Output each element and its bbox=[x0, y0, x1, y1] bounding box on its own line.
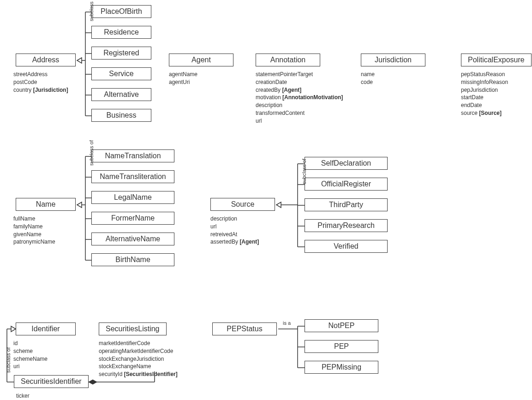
attr: streetAddress bbox=[13, 71, 68, 78]
class-annotation: Annotation bbox=[256, 54, 320, 66]
class-birthname: BirthName bbox=[91, 253, 174, 266]
class-securitieslisting: SecuritiesListing bbox=[99, 322, 167, 335]
attr: name bbox=[361, 71, 375, 78]
class-address: Address bbox=[16, 54, 76, 66]
attr: schemeName bbox=[13, 355, 48, 363]
attr: missingInfoReason bbox=[461, 78, 508, 86]
class-formername: FormerName bbox=[91, 212, 174, 225]
class-verified: Verified bbox=[305, 240, 388, 253]
attr: transformedContent bbox=[256, 109, 343, 117]
attr: retreivedAt bbox=[210, 231, 259, 239]
attr: statementPointerTarget bbox=[256, 71, 343, 78]
attr: ticker bbox=[16, 392, 30, 400]
attrs-agent: agentName agentUri bbox=[169, 71, 197, 86]
attrs-annotation: statementPointerTarget creationDate crea… bbox=[256, 71, 343, 125]
class-pepstatus: PEPStatus bbox=[212, 322, 277, 335]
attr: securityId [SecuritiesIdentifier] bbox=[99, 370, 178, 378]
attrs-name: fullName familyName givenName patronymic… bbox=[13, 215, 55, 246]
attr: givenName bbox=[13, 231, 55, 239]
class-nametransliteration: NameTransliteration bbox=[91, 170, 174, 183]
class-source: Source bbox=[210, 198, 275, 211]
class-business: Business bbox=[91, 109, 151, 122]
class-politicalexposure: PoliticalExposure bbox=[461, 54, 532, 66]
attrs-securitieslisting: marketIdentifierCode operatingMarketIden… bbox=[99, 340, 178, 378]
svg-marker-9 bbox=[77, 202, 82, 208]
label-subclass-address: subclass of bbox=[89, 0, 94, 21]
class-jurisdiction: Jurisdiction bbox=[361, 54, 425, 66]
attr: pepJurisdiction bbox=[461, 86, 508, 94]
attr: pepStatusReason bbox=[461, 71, 508, 78]
attr: url bbox=[256, 117, 343, 125]
class-name: Name bbox=[16, 198, 76, 211]
attr: operatingMarketIdentifierCode bbox=[99, 347, 178, 355]
label-is-a: is a bbox=[283, 320, 291, 326]
attr: country [Jurisdiction] bbox=[13, 86, 68, 94]
class-service: Service bbox=[91, 67, 151, 80]
attrs-securitiesidentifier: ticker bbox=[16, 392, 30, 400]
attr: agentName bbox=[169, 71, 197, 78]
attr: description bbox=[256, 101, 343, 109]
class-thirdparty: ThirdParty bbox=[305, 198, 388, 211]
class-nametranslation: NameTranslation bbox=[91, 149, 174, 162]
class-registered: Registered bbox=[91, 47, 151, 60]
attr: motivation [AnnotationMotivation] bbox=[256, 94, 343, 101]
attr: patronymicName bbox=[13, 238, 55, 246]
label-subclass-source: subclass of bbox=[301, 159, 307, 184]
attr: scheme bbox=[13, 347, 48, 355]
class-alternativename: AlternativeName bbox=[91, 233, 174, 245]
attr: code bbox=[361, 78, 375, 86]
class-officialregister: OfficialRegister bbox=[305, 178, 388, 191]
attrs-address: streetAddress postCode country [Jurisdic… bbox=[13, 71, 68, 94]
attr: assertedBy [Agent] bbox=[210, 238, 259, 246]
attr: creationDate bbox=[256, 78, 343, 86]
class-alternative: Alternative bbox=[91, 88, 151, 101]
attr: endDate bbox=[461, 101, 508, 109]
svg-marker-18 bbox=[276, 202, 281, 208]
attr: fullName bbox=[13, 215, 55, 223]
attr: postCode bbox=[13, 78, 68, 86]
attrs-source: description url retreivedAt assertedBy [… bbox=[210, 215, 259, 246]
attr: marketIdentifierCode bbox=[99, 340, 178, 347]
class-pep: PEP bbox=[305, 340, 378, 353]
class-securitiesidentifier: SecuritiesIdentifier bbox=[14, 375, 89, 388]
attr: startDate bbox=[461, 94, 508, 101]
attr: id bbox=[13, 340, 48, 347]
svg-marker-0 bbox=[77, 58, 82, 63]
attr: agentUri bbox=[169, 78, 197, 86]
class-identifier: Identifier bbox=[16, 322, 76, 335]
label-subclass-identifier: subclass of bbox=[6, 347, 11, 373]
attr: stockExchangeName bbox=[99, 363, 178, 370]
class-primaryresearch: PrimaryResearch bbox=[305, 219, 388, 232]
class-placeofbirth: PlaceOfBirth bbox=[91, 5, 151, 18]
class-notpep: NotPEP bbox=[305, 319, 378, 332]
attr: stockExchangeJurisdiction bbox=[99, 355, 178, 363]
svg-marker-32 bbox=[89, 380, 97, 384]
attr: source [Source] bbox=[461, 109, 508, 117]
svg-marker-29 bbox=[11, 326, 16, 332]
attr: url bbox=[210, 223, 259, 231]
attr: uri bbox=[13, 363, 48, 370]
attr: familyName bbox=[13, 223, 55, 231]
attrs-politicalexposure: pepStatusReason missingInfoReason pepJur… bbox=[461, 71, 508, 117]
label-subclass-name: subclass of bbox=[89, 140, 94, 166]
class-pepmissing: PEPMissing bbox=[305, 361, 378, 374]
class-agent: Agent bbox=[169, 54, 233, 66]
attrs-jurisdiction: name code bbox=[361, 71, 375, 86]
attr: description bbox=[210, 215, 259, 223]
class-legalname: LegalName bbox=[91, 191, 174, 204]
class-residence: Residence bbox=[91, 26, 151, 39]
attr: createdBy [Agent] bbox=[256, 86, 343, 94]
class-selfdeclaration: SelfDeclaration bbox=[305, 157, 388, 170]
attrs-identifier: id scheme schemeName uri bbox=[13, 340, 48, 370]
